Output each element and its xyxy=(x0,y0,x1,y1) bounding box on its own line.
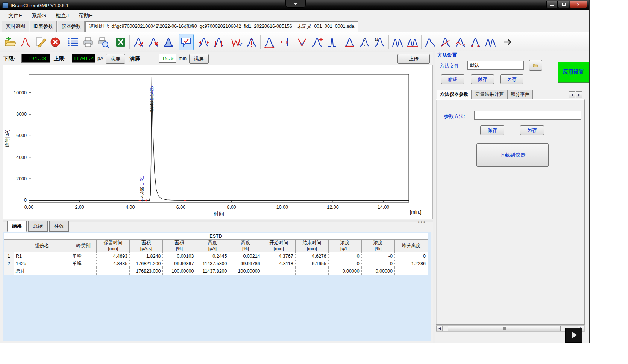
minimize-button[interactable] xyxy=(546,1,558,8)
tab-column-efficiency[interactable]: 柱效 xyxy=(49,221,69,232)
chromatogram-plot[interactable]: 02000400060008000100000.002.004.006.008.… xyxy=(3,65,432,218)
edit-icon[interactable] xyxy=(33,34,48,50)
toolbar-separator xyxy=(195,35,195,49)
param-method-input[interactable] xyxy=(474,111,581,120)
peak-stretch-icon[interactable] xyxy=(262,34,277,50)
method-file-input[interactable] xyxy=(467,61,524,70)
axis-controls-row: 下限: -194.38 上限: 11701.4 pA 满屏 满屏 15.0 mi… xyxy=(0,52,433,65)
table-cell: 176821.200 xyxy=(130,260,163,267)
table-cell xyxy=(262,267,295,275)
chromatogram-panel: 02000400060008000100000.002.004.006.008.… xyxy=(3,65,433,219)
toolbar-separator xyxy=(177,35,177,49)
next-view-icon[interactable] xyxy=(501,34,516,50)
save-as-params-button[interactable]: 另存 xyxy=(520,125,544,135)
split-peaks-icon[interactable] xyxy=(405,34,420,50)
group-peaks-icon[interactable]: G xyxy=(372,34,387,50)
smooth-curve-icon[interactable] xyxy=(453,34,468,50)
tab-id-table-params[interactable]: ID表参数 xyxy=(30,21,57,32)
print-preview-icon[interactable] xyxy=(96,34,111,50)
lower-limit-value: -194.38 xyxy=(21,54,50,63)
table-cell: 0 xyxy=(394,252,428,260)
time-range-value: 15.0 xyxy=(159,54,176,63)
menu-check[interactable]: 检查J xyxy=(51,11,74,21)
column-header: 峰分离度 xyxy=(394,240,428,252)
tab-spectrum-processing[interactable]: 谱图处理:d:\gc97000202106042\2022-06-16\流路0_… xyxy=(85,21,358,32)
menu-system[interactable]: 系统S xyxy=(27,11,51,21)
merge-peaks-icon[interactable] xyxy=(390,34,405,50)
close-button[interactable]: × xyxy=(570,1,587,8)
table-cell: 4.4693 xyxy=(97,252,130,260)
table-cell: 单峰 xyxy=(70,252,97,260)
peak-bounds-icon[interactable] xyxy=(211,34,226,50)
save-params-button[interactable]: 保存 xyxy=(480,125,504,135)
manual-baseline-icon[interactable] xyxy=(468,34,483,50)
baseline-icon[interactable] xyxy=(342,34,357,50)
peak-annotation-icon[interactable] xyxy=(179,34,194,50)
scroll-left-button[interactable] xyxy=(436,326,443,331)
toolbar-separator xyxy=(260,35,261,49)
peak-move-icon[interactable] xyxy=(196,34,211,50)
table-row[interactable]: 2142b单峰4.8485176821.20099.9989711437.580… xyxy=(4,260,428,267)
save-as-method-button[interactable]: 另存 xyxy=(500,74,523,84)
peak-delete-icon[interactable] xyxy=(146,34,161,50)
table-cell: 4.3767 xyxy=(262,252,295,260)
table-row[interactable]: 总计176823.000100.0000011437.8200100.00000… xyxy=(4,267,428,275)
table-row[interactable]: 1R1单峰4.46931.82480.001030.24450.002144.3… xyxy=(4,252,428,260)
titlebar-chevron[interactable] xyxy=(285,0,306,8)
tab-quantitative-calc[interactable]: 定量结果计算 xyxy=(472,90,507,100)
export-excel-icon[interactable] xyxy=(113,34,128,50)
open-file-icon[interactable] xyxy=(3,34,18,50)
shoulder-peak-icon[interactable] xyxy=(423,34,438,50)
new-method-button[interactable]: 新建 xyxy=(441,74,464,84)
tab-results[interactable]: 结果 xyxy=(7,221,27,232)
tab-summary[interactable]: 总结 xyxy=(28,221,48,232)
minimize-icon xyxy=(550,5,554,6)
svg-text:10.00: 10.00 xyxy=(276,205,288,210)
peak-accept-icon[interactable] xyxy=(131,34,146,50)
tab-integration-events[interactable]: 积分事件 xyxy=(507,90,533,100)
upload-button[interactable]: 上传 xyxy=(397,54,430,64)
tab-instrument-params[interactable]: 仪器参数 xyxy=(58,21,85,32)
menu-help[interactable]: 帮助F xyxy=(74,11,97,21)
table-cell: 4.8118 xyxy=(262,260,295,267)
peak-list-icon[interactable] xyxy=(65,34,80,50)
method-file-label: 方法文件 xyxy=(440,63,459,69)
svg-text:8000: 8000 xyxy=(16,112,27,117)
threshold-icon[interactable] xyxy=(357,34,372,50)
svg-text:时间: 时间 xyxy=(214,211,224,217)
tab-scroll-left-button[interactable] xyxy=(569,91,575,98)
fullscreen-x-button[interactable]: 满屏 xyxy=(189,54,209,64)
drop-line-icon[interactable] xyxy=(244,34,259,50)
app-icon xyxy=(2,2,8,8)
realtime-curve-icon[interactable] xyxy=(18,34,33,50)
save-method-button[interactable]: 保存 xyxy=(471,74,494,84)
narrow-peak-icon[interactable] xyxy=(325,34,340,50)
tab-realtime-spectrum[interactable]: 实时谱图 xyxy=(2,21,29,32)
browse-method-button[interactable] xyxy=(529,60,542,71)
width-measure-icon[interactable] xyxy=(277,34,292,50)
peak-fill-icon[interactable] xyxy=(161,34,176,50)
tab-method-instrument-params[interactable]: 方法仪器参数 xyxy=(437,90,472,100)
svg-text:14.00: 14.00 xyxy=(378,205,389,210)
row-number: 2 xyxy=(4,260,14,267)
add-peak-icon[interactable] xyxy=(309,34,325,50)
fullscreen-label: 满屏 xyxy=(130,56,140,62)
min-unit-label: min xyxy=(179,56,187,61)
apply-settings-button[interactable]: 应用设置 xyxy=(558,62,589,83)
column-header: 浓度[%] xyxy=(361,240,394,252)
close-file-icon[interactable] xyxy=(48,34,63,50)
fullscreen-y-button[interactable]: 满屏 xyxy=(106,54,125,64)
valley-drop-icon[interactable] xyxy=(294,34,309,50)
maximize-button[interactable] xyxy=(558,1,569,8)
scroll-thumb[interactable] xyxy=(448,326,561,331)
arrow-left-icon xyxy=(571,94,573,97)
play-overlay-button[interactable] xyxy=(565,328,582,343)
print-icon[interactable] xyxy=(80,34,96,50)
scroll-track[interactable] xyxy=(443,326,578,331)
tangent-skim-icon[interactable] xyxy=(438,34,453,50)
valley-check-icon[interactable] xyxy=(229,34,244,50)
download-to-instrument-button[interactable]: 下载到仪器 xyxy=(476,143,549,167)
tab-scroll-right-button[interactable] xyxy=(576,91,582,98)
menu-file[interactable]: 文件F xyxy=(3,11,27,21)
baseline-points-icon[interactable] xyxy=(483,34,498,50)
